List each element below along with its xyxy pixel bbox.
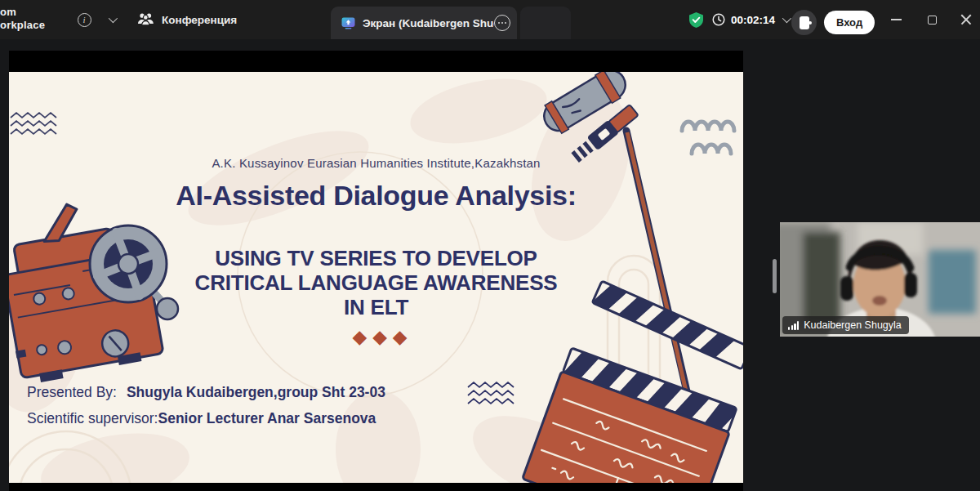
maximize-icon [928,16,937,25]
logo-menu-button[interactable] [101,0,122,39]
zoom-workplace-logo: om orkplace [0,6,45,32]
door-icon [800,16,809,29]
security-button[interactable] [684,0,707,39]
minimize-button[interactable] [882,0,910,39]
titlebar: om orkplace i Конференция [0,0,980,39]
shared-screen: A.K. Kussayinov Eurasian Humanities Inst… [9,51,743,491]
scrollbar-thumb[interactable] [773,259,777,293]
slide-subtitle: USING TV SERIES TO DEVELOP CRITICAL LANG… [9,246,743,319]
zigzag-waves-top-left [11,113,56,134]
presentation-slide: A.K. Kussayinov Eurasian Humanities Inst… [9,72,743,483]
presented-by-value: Shugyla Kudaibergen,group Sht 23-03 [127,384,385,400]
supervisor-value: Senior Lecturer Anar Sarsenova [158,410,376,426]
institute-line: A.K. Kussayinov Eurasian Humanities Inst… [9,156,743,170]
adjacent-tab[interactable] [520,7,571,39]
participant-nametag: Kudaibergen Shugyla [782,316,909,334]
logo-line-2: orkplace [0,19,45,32]
slide-title: AI-Assisted Dialogue Analysis: [9,180,743,212]
tab-conference-label: Конференция [162,14,237,26]
gray-waves [682,122,734,154]
chevron-down-icon [109,14,118,23]
timer-chevron-icon [782,14,791,23]
participant-video[interactable]: Kudaibergen Shugyla [780,222,980,337]
supervisor-line: Scientific supervisor:Senior Lecturer An… [27,410,376,427]
subtitle-line-2: CRITICAL LANGUAGE AWARENESS [9,270,743,295]
close-button[interactable] [952,0,980,39]
more-options-icon[interactable] [494,15,510,31]
clock-icon [712,13,725,26]
panel-toggle-button[interactable] [791,10,817,35]
presented-by-line: Presented By:Shugyla Kudaibergen,group S… [27,384,385,401]
tab-conference[interactable]: Конференция [137,0,237,39]
security-shield-icon [688,11,704,29]
tab-screen-share-label: Экран (Kudaibergen Shugyla) [363,17,494,29]
zoom-window: om orkplace i Конференция [0,0,980,491]
minimize-icon [891,19,902,20]
signin-button[interactable]: Вход [824,11,875,34]
maximize-button[interactable] [918,0,946,39]
participant-name: Kudaibergen Shugyla [804,319,902,331]
logo-line-1: om [0,6,45,19]
meeting-timer[interactable]: 00:02:14 [712,0,789,39]
diamond-divider: ◆◆◆ [16,326,743,348]
audio-level-icon [788,321,799,330]
screen-share-icon [341,17,355,29]
close-icon [960,14,972,25]
zigzag-waves-byline [468,382,514,404]
subtitle-line-1: USING TV SERIES TO DEVELOP [9,246,743,270]
tab-screen-share[interactable]: Экран (Kudaibergen Shugyla) [331,7,517,39]
presented-by-label: Presented By: [27,384,117,400]
info-button[interactable]: i [72,0,96,39]
meeting-stage: A.K. Kussayinov Eurasian Humanities Inst… [0,39,980,491]
info-icon: i [78,13,91,27]
subtitle-line-3: IN ELT [9,295,743,319]
timer-value: 00:02:14 [731,14,775,26]
participants-icon [137,13,154,26]
supervisor-label: Scientific supervisor: [27,410,158,426]
